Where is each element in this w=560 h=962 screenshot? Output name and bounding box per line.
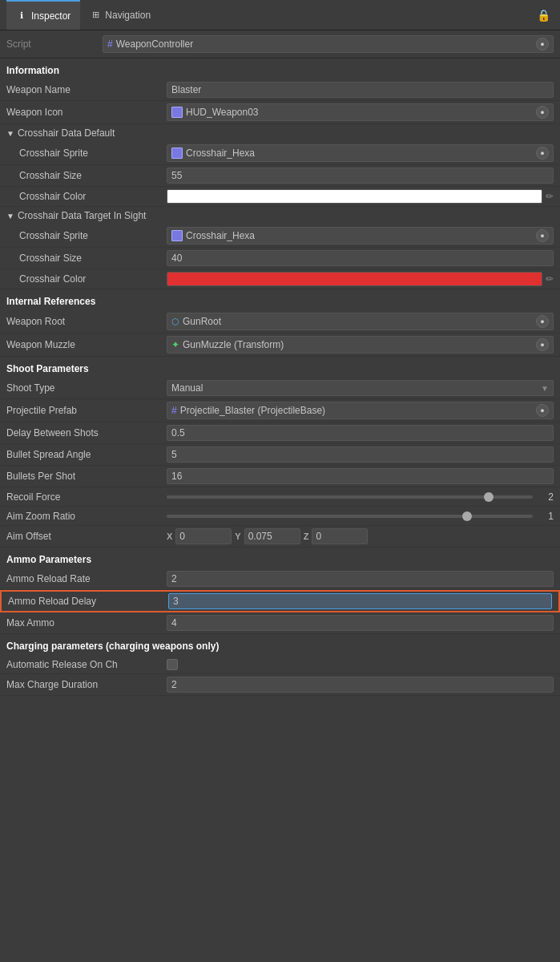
ammo-params-section-header: Ammo Parameters (0, 548, 560, 568)
recoil-force-value: 2 (167, 491, 554, 503)
aim-offset-z-input[interactable] (312, 528, 368, 544)
ammo-reload-delay-input[interactable] (168, 593, 552, 609)
ammo-reload-delay-row: Ammo Reload Delay (0, 590, 560, 612)
bullet-spread-input[interactable] (167, 447, 554, 463)
max-ammo-row: Max Ammo (0, 612, 560, 634)
delay-between-shots-input[interactable] (167, 425, 554, 441)
aim-zoom-ratio-label: Aim Zoom Ratio (6, 511, 167, 522)
script-row: Script # WeaponController ● (0, 30, 560, 59)
aim-zoom-ratio-slider-track[interactable] (167, 515, 533, 518)
bullets-per-shot-value (167, 468, 554, 484)
weapon-muzzle-value: ✦ GunMuzzle (Transform) ● (167, 336, 554, 354)
script-field[interactable]: # WeaponController ● (103, 35, 554, 53)
header-tabs: ℹ Inspector ⊞ Navigation 🔒 (0, 0, 560, 30)
crosshair-default-arrow: ▼ (6, 129, 14, 138)
charging-section-header: Charging parameters (charging weapons on… (0, 634, 560, 655)
bullets-per-shot-input[interactable] (167, 468, 554, 484)
auto-release-row: Automatic Release On Ch (0, 655, 560, 674)
aim-offset-x-input[interactable] (175, 528, 232, 544)
script-value: WeaponController (116, 38, 533, 50)
navigation-icon: ⊞ (90, 10, 101, 21)
crosshair-default-collapse[interactable]: ▼ Crosshair Data Default (0, 124, 560, 142)
crosshair-target-size-input[interactable] (167, 250, 554, 266)
projectile-prefab-circle-btn[interactable]: ● (536, 404, 549, 417)
max-ammo-input[interactable] (167, 615, 554, 631)
max-charge-label: Max Charge Duration (6, 679, 167, 690)
weapon-icon-field[interactable]: HUD_Weapon03 ● (167, 103, 554, 121)
ammo-reload-rate-row: Ammo Reload Rate (0, 568, 560, 590)
internal-refs-section-header: Internal References (0, 289, 560, 310)
tab-navigation[interactable]: ⊞ Navigation (80, 0, 160, 30)
inspector-icon: ℹ (16, 10, 27, 22)
crosshair-default-sprite-field[interactable]: Crosshair_Hexa ● (167, 144, 554, 162)
weapon-root-circle-btn[interactable]: ● (536, 315, 549, 328)
weapon-root-field[interactable]: ⬡ GunRoot ● (167, 313, 554, 330)
recoil-force-slider-fill (167, 495, 489, 499)
weapon-name-value (167, 82, 554, 98)
max-ammo-label: Max Ammo (6, 617, 167, 629)
ammo-reload-delay-label: Ammo Reload Delay (8, 596, 168, 607)
max-charge-input[interactable] (167, 677, 554, 693)
crosshair-default-sprite-text: Crosshair_Hexa (186, 148, 533, 159)
lock-icon[interactable]: 🔒 (537, 9, 554, 22)
weapon-name-label: Weapon Name (6, 84, 167, 95)
crosshair-target-sprite-field[interactable]: Crosshair_Hexa ● (167, 227, 554, 245)
crosshair-target-color-picker-btn[interactable]: ✏ (546, 273, 554, 285)
crosshair-target-collapse[interactable]: ▼ Crosshair Data Target In Sight (0, 207, 560, 224)
weapon-root-row: Weapon Root ⬡ GunRoot ● (0, 310, 560, 333)
aim-zoom-ratio-value: 1 (167, 511, 554, 522)
tab-inspector[interactable]: ℹ Inspector (6, 0, 80, 30)
crosshair-default-color-picker-btn[interactable]: ✏ (546, 191, 554, 202)
shoot-params-section-header: Shoot Parameters (0, 357, 560, 378)
projectile-prefab-row: Projectile Prefab # Projectile_Blaster (… (0, 399, 560, 422)
crosshair-default-sprite-value: Crosshair_Hexa ● (167, 144, 554, 162)
recoil-force-slider-thumb[interactable] (484, 492, 494, 502)
information-section-header: Information (0, 59, 560, 79)
shoot-type-dropdown-arrow: ▼ (541, 384, 549, 393)
aim-offset-y-input[interactable] (244, 528, 300, 544)
crosshair-target-color-swatch[interactable] (167, 272, 542, 286)
shoot-type-dropdown-text: Manual (171, 382, 541, 394)
recoil-force-label: Recoil Force (6, 491, 167, 503)
aim-zoom-ratio-slider-thumb[interactable] (462, 511, 472, 521)
crosshair-target-label: Crosshair Data Target In Sight (18, 210, 147, 221)
script-circle-btn[interactable]: ● (536, 38, 549, 51)
crosshair-default-color-row: Crosshair Color ✏ (0, 187, 560, 207)
script-hash-icon: # (107, 38, 113, 50)
weapon-icon-circle-btn[interactable]: ● (536, 106, 549, 119)
crosshair-default-color-field: ✏ (167, 189, 554, 204)
crosshair-default-size-input[interactable] (167, 168, 554, 184)
recoil-force-slider-track[interactable] (167, 495, 533, 499)
weapon-name-input[interactable] (167, 82, 554, 98)
weapon-root-label: Weapon Root (6, 316, 167, 327)
weapon-muzzle-transform-icon: ✦ (171, 339, 179, 350)
weapon-muzzle-field[interactable]: ✦ GunMuzzle (Transform) ● (167, 336, 554, 354)
weapon-muzzle-label: Weapon Muzzle (6, 339, 167, 350)
delay-between-shots-label: Delay Between Shots (6, 427, 167, 439)
crosshair-default-size-label: Crosshair Size (6, 170, 167, 181)
recoil-force-slider-container: 2 (167, 491, 554, 503)
aim-zoom-ratio-slider-container: 1 (167, 511, 554, 522)
crosshair-target-color-label: Crosshair Color (6, 273, 167, 285)
weapon-icon-row: Weapon Icon HUD_Weapon03 ● (0, 101, 560, 124)
inspector-tab-label: Inspector (31, 10, 71, 22)
crosshair-default-color-label: Crosshair Color (6, 191, 167, 202)
crosshair-default-color-swatch[interactable] (167, 189, 542, 204)
weapon-muzzle-row: Weapon Muzzle ✦ GunMuzzle (Transform) ● (0, 333, 560, 357)
aim-offset-row: Aim Offset X Y Z (0, 526, 560, 548)
navigation-tab-label: Navigation (105, 10, 151, 21)
auto-release-checkbox[interactable] (167, 659, 178, 670)
tabs-container: ℹ Inspector ⊞ Navigation (6, 0, 160, 30)
crosshair-target-sprite-btn[interactable]: ● (536, 229, 549, 242)
ammo-reload-rate-input[interactable] (167, 571, 554, 587)
crosshair-target-color-field: ✏ (167, 272, 554, 286)
auto-release-value (167, 659, 554, 670)
weapon-name-row: Weapon Name (0, 79, 560, 101)
crosshair-default-sprite-btn[interactable]: ● (536, 147, 549, 160)
projectile-prefab-field[interactable]: # Projectile_Blaster (ProjectileBase) ● (167, 402, 554, 419)
shoot-type-dropdown[interactable]: Manual ▼ (167, 380, 554, 396)
crosshair-target-color-row: Crosshair Color ✏ (0, 269, 560, 289)
crosshair-default-sprite-label: Crosshair Sprite (6, 148, 167, 159)
crosshair-default-label: Crosshair Data Default (18, 127, 115, 139)
weapon-muzzle-circle-btn[interactable]: ● (536, 338, 549, 351)
